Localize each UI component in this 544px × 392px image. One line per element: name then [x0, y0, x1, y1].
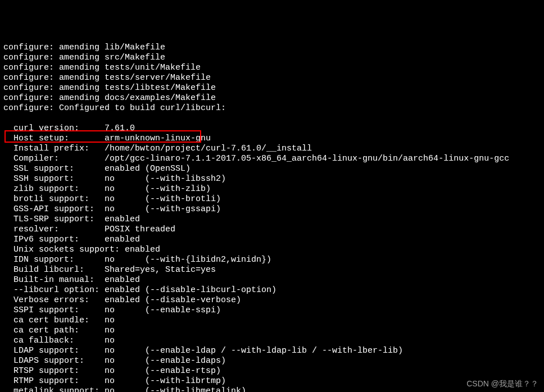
watermark-text: CSDN @我是谁？？ [466, 379, 538, 389]
terminal-output: configure: amending lib/Makefile configu… [3, 43, 541, 392]
